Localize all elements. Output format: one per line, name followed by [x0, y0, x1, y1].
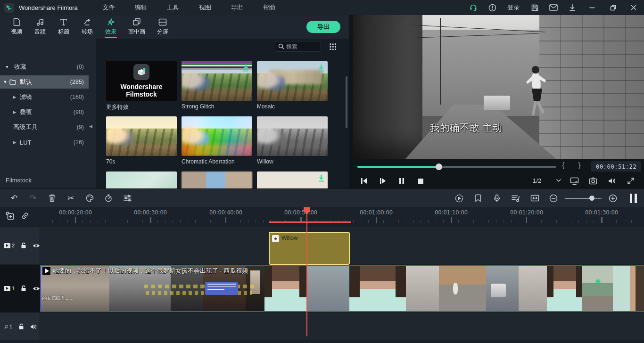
next-frame-button[interactable]	[373, 174, 392, 188]
tab-transitions[interactable]: 转场	[75, 15, 99, 39]
previous-frame-button[interactable]	[355, 174, 373, 188]
support-headset-icon[interactable]	[464, 0, 483, 15]
effect-card-filmstock[interactable]: Wondershare Filmstock 更多特效	[106, 61, 177, 111]
zoom-out-button[interactable]	[544, 189, 563, 208]
close-button[interactable]	[623, 0, 644, 15]
audio-tab-icon	[36, 18, 44, 26]
download-effect-icon[interactable]	[318, 64, 325, 72]
snapshot-camera-icon[interactable]	[586, 175, 601, 187]
mark-out-button[interactable]: }	[578, 161, 581, 170]
redo-button[interactable]: ↷	[24, 189, 42, 208]
speed-timer-button[interactable]	[99, 189, 118, 208]
effects-scrollbar[interactable]	[346, 76, 347, 128]
add-track-icon[interactable]	[6, 212, 14, 220]
sidebar-item-filters[interactable]: ▶ 滤镜 (160)	[0, 90, 89, 104]
info-icon[interactable]	[483, 0, 502, 15]
tab-titles[interactable]: 标题	[52, 15, 75, 39]
save-icon[interactable]	[525, 0, 544, 15]
send-to-display-icon[interactable]	[567, 175, 582, 187]
sidebar-filmstock-link[interactable]: Filmstock	[6, 177, 32, 184]
ruler-label: 00:01:30:00	[585, 209, 618, 216]
link-clips-icon[interactable]	[21, 212, 29, 220]
export-button[interactable]: 导出	[306, 21, 340, 33]
mark-in-button[interactable]: {	[562, 161, 565, 170]
fullscreen-icon[interactable]	[623, 175, 638, 187]
sidebar-item-lut[interactable]: ▶ LUT (26)	[0, 136, 89, 149]
playhead-line[interactable]	[306, 207, 307, 336]
video-wall-right	[539, 15, 644, 159]
effect-card-strong-glitch[interactable]: Strong Glitch	[182, 61, 252, 110]
tab-label: 画中画	[128, 28, 145, 36]
pause-button[interactable]	[392, 174, 411, 188]
sidebar-item-overlays[interactable]: ▶ 叠覆 (90)	[0, 106, 89, 119]
lock-icon[interactable]	[21, 242, 26, 249]
search-input[interactable]	[286, 43, 316, 50]
tab-audio[interactable]: 音频	[28, 15, 52, 39]
pause-render-toggle[interactable]	[622, 189, 644, 208]
menu-view[interactable]: 视图	[189, 3, 221, 12]
willow-effect-clip[interactable]: ★ Willow	[269, 232, 350, 265]
zoom-in-button[interactable]	[603, 189, 622, 208]
menu-edit[interactable]: 编辑	[125, 3, 157, 12]
preview-video[interactable]: 我的确不敢 主动	[353, 15, 644, 159]
grid-view-icon[interactable]	[329, 43, 336, 50]
voiceover-mic-button[interactable]	[487, 189, 506, 208]
preview-zoom-select[interactable]: 1/2	[524, 175, 565, 186]
marker-button[interactable]	[469, 189, 487, 208]
tab-pip[interactable]: 画中画	[123, 15, 151, 39]
download-effect-icon[interactable]	[242, 64, 249, 72]
menu-tools[interactable]: 工具	[157, 3, 189, 12]
undo-button[interactable]: ↶	[5, 189, 24, 208]
effect-card-chromatic-aberration[interactable]: Chromatic Aberration	[182, 116, 252, 165]
download-icon[interactable]	[563, 0, 582, 15]
mail-icon[interactable]	[544, 0, 563, 15]
effect-card-partial-1[interactable]	[106, 172, 177, 188]
effect-card-mosaic[interactable]: Mosaic	[257, 61, 328, 110]
login-button[interactable]: 登录	[502, 3, 525, 12]
download-effect-icon[interactable]	[318, 174, 325, 182]
effect-card-70s[interactable]: 70s	[106, 116, 177, 165]
effects-grid-panel: Wondershare Filmstock 更多特效 Strong Glitch…	[96, 39, 349, 188]
seek-thumb[interactable]	[436, 163, 442, 170]
restore-button[interactable]	[603, 0, 623, 15]
tab-split-screen[interactable]: 分屏	[151, 15, 174, 39]
title-bar: Wondershare Filmora 文件 编辑 工具 视图 导出 帮助 登录	[0, 0, 644, 15]
zoom-slider-thumb[interactable]	[589, 196, 594, 201]
effect-card-partial-3[interactable]	[257, 172, 328, 188]
minimize-button[interactable]	[582, 0, 603, 15]
effect-card-willow[interactable]: Willow	[257, 116, 328, 165]
speaker-icon[interactable]	[604, 175, 619, 187]
audio-mixer-button[interactable]	[506, 189, 525, 208]
ruler-label: 00:01:00:00	[360, 209, 393, 216]
color-palette-button[interactable]	[80, 189, 99, 208]
timeline-zoom-slider[interactable]	[565, 189, 602, 208]
mosaic-overlay	[270, 70, 322, 84]
menu-file[interactable]: 文件	[93, 3, 125, 12]
sidebar-item-favorites[interactable]: ♥ 收藏 (0)	[0, 60, 89, 74]
adjust-sliders-button[interactable]	[118, 189, 137, 208]
speaker-icon[interactable]	[30, 324, 37, 330]
filmstock-box-icon	[133, 64, 149, 80]
render-preview-button[interactable]	[450, 189, 469, 208]
lock-icon[interactable]	[21, 285, 26, 292]
effect-card-partial-2[interactable]	[182, 172, 252, 188]
zoom-level-value: 1/2	[533, 177, 541, 184]
eye-icon[interactable]	[33, 286, 40, 291]
tab-effects[interactable]: 效果	[99, 15, 123, 39]
eye-icon[interactable]	[33, 243, 40, 248]
search-box[interactable]	[275, 41, 321, 52]
tab-video[interactable]: 视频	[5, 15, 28, 39]
sidebar-item-advanced-tools[interactable]: 高级工具 (9)	[0, 121, 89, 134]
lock-icon[interactable]	[18, 323, 24, 330]
split-scissors-button[interactable]: ✂	[61, 189, 80, 208]
timeline-ruler[interactable]: 00:00:20:00 00:00:30:00 00:00:40:00 00:0…	[0, 207, 644, 224]
fit-timeline-button[interactable]	[525, 189, 544, 208]
menu-help[interactable]: 帮助	[253, 3, 285, 12]
collapse-sidebar-icon[interactable]: ◀	[89, 124, 92, 129]
delete-button[interactable]	[42, 189, 61, 208]
stop-button[interactable]	[411, 174, 430, 188]
seek-bar[interactable]	[357, 166, 556, 168]
menu-export[interactable]: 导出	[221, 3, 253, 12]
sidebar-item-default[interactable]: ▼ 默认 (285)	[0, 75, 89, 89]
main-video-clip[interactable]: 她要的，我给不了！以后的视频，这个俄罗斯女孩不会出现了 - 西瓜视频 的女孩瞳孔…	[40, 265, 644, 312]
